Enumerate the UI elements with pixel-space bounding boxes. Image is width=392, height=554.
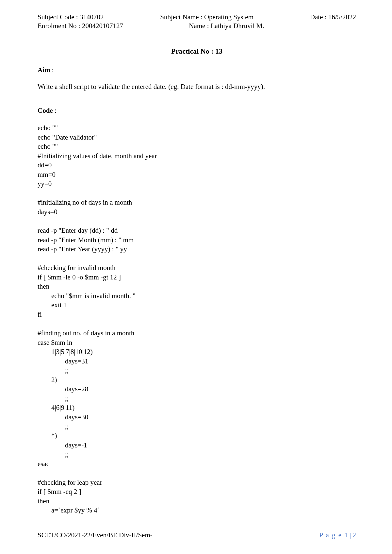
header-row-1: Subject Code : 3140702 Subject Name : Op… (38, 13, 356, 21)
subject-code: Subject Code : 3140702 (38, 13, 104, 21)
aim-colon: : (50, 66, 54, 74)
practical-title: Practical No : 13 (38, 47, 356, 56)
aim-heading: Aim : (38, 66, 356, 74)
date: Date : 16/5/2022 (310, 13, 356, 21)
subject-name-value: Operating System (204, 13, 253, 21)
subject-code-value: 3140702 (80, 13, 104, 21)
code-heading: Code : (38, 107, 356, 115)
aim-text: Write a shell script to validate the ent… (38, 83, 356, 91)
page-label: P a g e (319, 531, 344, 539)
aim-label: Aim (38, 66, 50, 74)
code-colon: : (53, 107, 57, 114)
page-number: 1 | 2 (344, 531, 356, 539)
footer-left: SCET/CO/2021-22/Even/BE Div-II/Sem- (38, 531, 153, 539)
name-value: Lathiya Dhruvil M. (211, 22, 264, 30)
name-label: Name : (189, 22, 210, 30)
footer: SCET/CO/2021-22/Even/BE Div-II/Sem- P a … (38, 531, 356, 539)
subject-name-label: Subject Name : (160, 13, 204, 21)
enrolment-no: Enrolment No : 200420107127 (38, 22, 123, 30)
subject-code-label: Subject Code : (38, 13, 80, 21)
enrolment-label: Enrolment No : (38, 22, 82, 30)
footer-right: P a g e 1 | 2 (319, 531, 356, 539)
date-value: 16/5/2022 (328, 13, 356, 21)
name: Name : Lathiya Dhruvil M. (189, 22, 264, 30)
code-block: echo "" echo "Date validator" echo "" #I… (38, 123, 356, 515)
code-label: Code (38, 107, 53, 114)
date-label: Date : (310, 13, 328, 21)
header-row-2: Enrolment No : 200420107127 Name : Lathi… (38, 22, 356, 30)
subject-name: Subject Name : Operating System (160, 13, 253, 21)
enrolment-value: 200420107127 (82, 22, 123, 30)
